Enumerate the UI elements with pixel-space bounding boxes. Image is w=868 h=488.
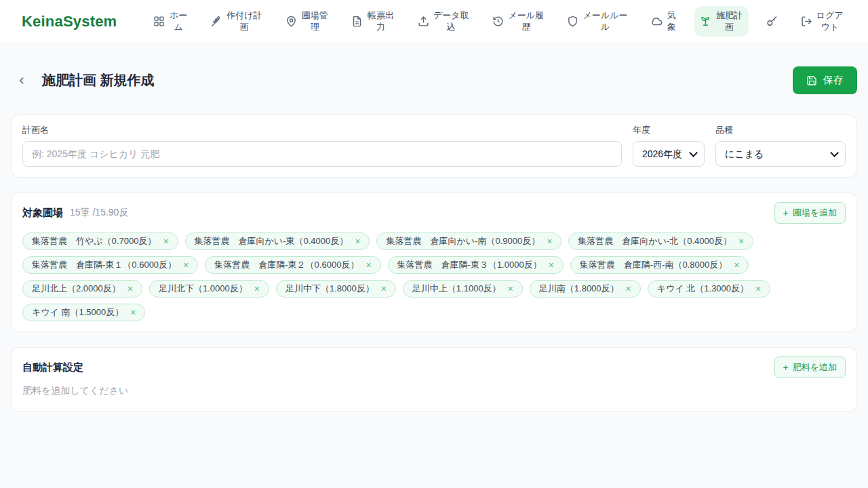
- field-tag: 集落営農 倉庫隣-東２（0.6000反）×: [205, 256, 380, 274]
- nav-label: メールルール: [583, 10, 627, 33]
- back-button[interactable]: [12, 71, 31, 90]
- plus-icon: +: [783, 363, 789, 372]
- add-field-button[interactable]: + 圃場を追加: [774, 202, 846, 224]
- add-fertilizer-label: 肥料を追加: [793, 361, 837, 373]
- remove-tag-icon[interactable]: ×: [254, 283, 260, 294]
- document-icon: [351, 16, 363, 27]
- main-nav: ホーム 作付け計画 圃場管理 帳票出力 データ取込: [148, 6, 849, 37]
- nav-item-home[interactable]: ホーム: [148, 6, 193, 37]
- nav-label: 気象: [667, 10, 677, 33]
- page-title-bar: 施肥計画 新規作成 保存: [11, 66, 857, 94]
- plan-name-input[interactable]: [22, 141, 622, 167]
- auto-calc-title: 自動計算設定: [22, 361, 83, 374]
- sprout-icon: [700, 16, 711, 27]
- add-fertilizer-button[interactable]: + 肥料を追加: [774, 357, 846, 378]
- year-select-wrap: 2026年度: [633, 141, 705, 167]
- field-tag: キウイ 南（1.5000反）×: [22, 304, 145, 321]
- plan-form-card: 計画名 年度 2026年度 品種 にこまる: [11, 115, 857, 178]
- grid-icon: [153, 16, 165, 27]
- field-tag-label: 集落営農 倉庫隣-東３（1.0000反）: [397, 259, 542, 271]
- variety-select[interactable]: にこまる: [715, 141, 846, 167]
- field-tag-label: キウイ 南（1.5000反）: [32, 306, 123, 319]
- plus-icon: +: [783, 208, 789, 218]
- target-fields-summary: 15筆 /15.90反: [70, 207, 128, 219]
- remove-tag-icon[interactable]: ×: [355, 236, 360, 247]
- app-logo: KeinaSystem: [22, 13, 117, 30]
- save-button-label: 保存: [823, 74, 844, 87]
- field-tag-label: 集落営農 倉庫隣-東２（0.6000反）: [214, 259, 359, 271]
- nav-item-logout[interactable]: ログアウト: [795, 6, 849, 37]
- nav-item-report-output[interactable]: 帳票出力: [346, 6, 399, 37]
- field-tag: 足川中上（1.1000反）×: [403, 280, 523, 298]
- page-title: 施肥計画 新規作成: [42, 71, 155, 89]
- field-tag: キウイ 北（1.3000反）×: [648, 280, 770, 298]
- field-tag: 足川南（1.8000反）×: [530, 280, 641, 298]
- history-icon: [492, 16, 504, 27]
- field-tag-list: 集落営農 竹やぶ（0.7000反）× 集落営農 倉庫向かい-東（0.4000反）…: [22, 232, 846, 321]
- fertilizer-empty-message: 肥料を追加してください: [22, 385, 846, 401]
- remove-tag-icon[interactable]: ×: [381, 283, 387, 294]
- field-tag: 集落営農 倉庫向かい-南（0.9000反）×: [376, 232, 561, 250]
- nav-label: データ取込: [433, 10, 469, 33]
- nav-label: ホーム: [169, 10, 187, 33]
- remove-tag-icon[interactable]: ×: [163, 236, 168, 247]
- nav-item-password[interactable]: [761, 12, 783, 31]
- plan-name-label: 計画名: [22, 124, 622, 136]
- field-tag-label: 足川北下（1.0000反）: [159, 283, 248, 295]
- field-tag: 集落営農 倉庫隣-東３（1.0000反）×: [388, 256, 564, 274]
- field-tag: 足川中下（1.8000反）×: [276, 280, 396, 298]
- upload-icon: [418, 16, 429, 27]
- field-tag-label: キウイ 北（1.3000反）: [657, 283, 749, 295]
- remove-tag-icon[interactable]: ×: [366, 260, 371, 270]
- field-tag: 集落営農 倉庫隣-西-南（0.8000反）×: [570, 256, 749, 274]
- field-tag-label: 集落営農 竹やぶ（0.7000反）: [32, 235, 156, 247]
- field-tag-label: 集落営農 倉庫向かい-北（0.4000反）: [578, 235, 732, 247]
- remove-tag-icon[interactable]: ×: [183, 260, 189, 270]
- key-icon: [766, 16, 778, 27]
- nav-label: ログアウト: [816, 10, 844, 33]
- field-tag-label: 集落営農 倉庫隣-東１（0.6000反）: [32, 259, 176, 271]
- field-tag-label: 足川中上（1.1000反）: [412, 283, 501, 295]
- map-pin-icon: [285, 16, 297, 27]
- remove-tag-icon[interactable]: ×: [626, 283, 631, 294]
- target-fields-title: 対象圃場: [22, 207, 63, 220]
- save-button[interactable]: 保存: [793, 66, 857, 94]
- field-tag: 集落営農 倉庫隣-東１（0.6000反）×: [22, 256, 198, 274]
- logout-icon: [801, 16, 812, 27]
- field-tag-label: 集落営農 倉庫隣-西-南（0.8000反）: [580, 259, 727, 271]
- nav-item-field-management[interactable]: 圃場管理: [280, 6, 334, 37]
- auto-calc-card: 自動計算設定 + 肥料を追加 肥料を追加してください: [11, 347, 857, 412]
- nav-label: 作付け計画: [226, 10, 262, 33]
- nav-item-mail-rules[interactable]: メールルール: [561, 6, 633, 37]
- nav-item-fertilization-plan[interactable]: 施肥計画: [694, 6, 748, 37]
- remove-tag-icon[interactable]: ×: [549, 260, 554, 270]
- nav-label: メール履歴: [508, 10, 544, 33]
- remove-tag-icon[interactable]: ×: [127, 283, 133, 294]
- remove-tag-icon[interactable]: ×: [508, 283, 513, 294]
- nav-label: 施肥計画: [715, 10, 743, 33]
- field-tag-label: 集落営農 倉庫向かい-東（0.4000反）: [195, 235, 349, 247]
- nav-item-planting-plan[interactable]: 作付け計画: [205, 6, 268, 37]
- field-tag: 集落営農 竹やぶ（0.7000反）×: [22, 232, 178, 250]
- year-label: 年度: [633, 124, 705, 136]
- save-icon: [806, 75, 817, 86]
- nav-label: 帳票出力: [367, 10, 394, 33]
- nav-item-weather[interactable]: 気象: [646, 6, 683, 37]
- nav-item-mail-history[interactable]: メール履歴: [487, 6, 549, 37]
- top-nav-bar: KeinaSystem ホーム 作付け計画 圃場管理 帳票出力: [0, 0, 868, 43]
- field-tag-label: 足川北上（2.0000反）: [32, 283, 121, 295]
- remove-tag-icon[interactable]: ×: [734, 260, 739, 270]
- remove-tag-icon[interactable]: ×: [755, 283, 761, 294]
- field-tag-label: 足川南（1.8000反）: [539, 283, 619, 295]
- year-select[interactable]: 2026年度: [633, 141, 705, 167]
- variety-select-wrap: にこまる: [715, 141, 846, 167]
- remove-tag-icon[interactable]: ×: [738, 236, 744, 247]
- nav-label: 圃場管理: [301, 10, 328, 33]
- field-tag-label: 足川中下（1.8000反）: [285, 283, 374, 295]
- wheat-icon: [211, 16, 222, 27]
- remove-tag-icon[interactable]: ×: [130, 307, 136, 318]
- nav-item-data-import[interactable]: データ取込: [412, 6, 475, 37]
- remove-tag-icon[interactable]: ×: [547, 236, 552, 247]
- field-tag: 足川北上（2.0000反）×: [22, 280, 142, 298]
- add-field-label: 圃場を追加: [793, 207, 837, 219]
